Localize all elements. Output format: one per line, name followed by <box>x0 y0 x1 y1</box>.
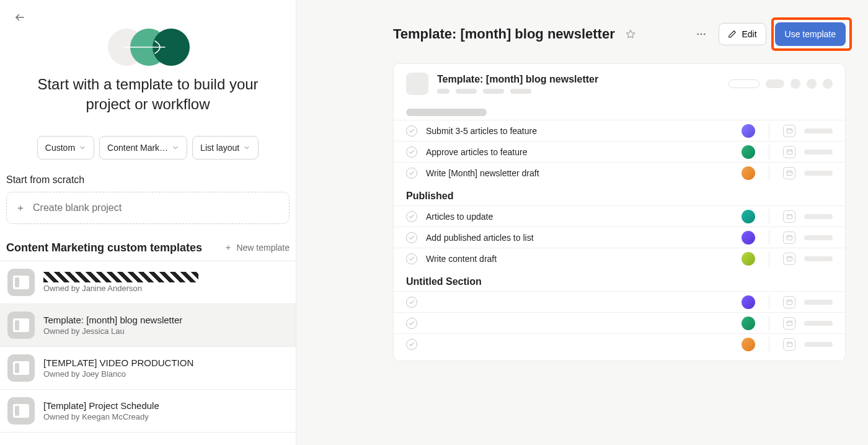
template-list: Owned by Janine Anderson Template: [mont… <box>0 261 296 433</box>
due-date-button[interactable] <box>783 231 795 244</box>
chevron-down-icon <box>172 144 179 151</box>
task-row[interactable]: Articles to update <box>394 205 845 227</box>
task-row[interactable] <box>394 333 845 354</box>
use-template-button[interactable]: Use template <box>775 22 846 46</box>
check-icon <box>409 149 415 155</box>
task-row[interactable]: Write [Month] newsletter draft <box>394 162 845 183</box>
due-date-button[interactable] <box>783 167 795 179</box>
task-row[interactable]: Write content draft <box>394 248 845 269</box>
task-complete-toggle[interactable] <box>406 297 417 308</box>
template-row[interactable]: Template: [month] blog newsletter Owned … <box>0 304 296 347</box>
template-row[interactable]: [TEMPLATE] VIDEO PRODUCTION Owned by Joe… <box>0 347 296 390</box>
task-complete-toggle[interactable] <box>406 232 417 243</box>
template-owner: Owned by Joey Blanco <box>43 369 193 379</box>
template-preview-card: Template: [month] blog newsletter <box>393 63 846 361</box>
assignee-avatar[interactable] <box>742 210 755 223</box>
filter-team[interactable]: Content Mark… <box>99 136 187 160</box>
assignee-avatar[interactable] <box>742 338 755 351</box>
task-complete-toggle[interactable] <box>406 211 417 222</box>
template-thumb-icon <box>7 397 35 425</box>
svg-rect-22 <box>787 342 792 346</box>
check-icon <box>409 214 415 220</box>
template-row[interactable]: Owned by Janine Anderson <box>0 261 296 304</box>
divider <box>769 295 769 310</box>
svg-rect-20 <box>787 321 792 325</box>
preview-title: Template: [month] blog newsletter <box>437 74 598 85</box>
task-complete-toggle[interactable] <box>406 253 417 264</box>
hero-graphic <box>108 29 188 66</box>
use-template-label: Use template <box>785 29 836 39</box>
assignee-avatar[interactable] <box>742 124 755 138</box>
chevron-down-icon <box>243 144 250 151</box>
task-row[interactable]: Add published articles to list <box>394 227 845 248</box>
project-icon-placeholder <box>406 73 428 95</box>
assignee-avatar[interactable] <box>742 145 755 159</box>
due-date-button[interactable] <box>783 125 795 137</box>
template-owner: Owned by Keegan McCready <box>43 412 159 421</box>
sidebar-hero-title: Start with a template to build your proj… <box>31 74 265 115</box>
due-date-button[interactable] <box>783 296 795 308</box>
due-date-button[interactable] <box>783 146 795 158</box>
check-icon <box>409 299 415 305</box>
cell-skeleton <box>804 321 833 326</box>
edit-button-label: Edit <box>742 29 756 39</box>
assignee-avatar[interactable] <box>742 166 755 180</box>
due-date-button[interactable] <box>783 210 795 223</box>
task-complete-toggle[interactable] <box>406 146 417 158</box>
arrow-right-icon <box>124 40 175 55</box>
task-complete-toggle[interactable] <box>406 125 417 137</box>
task-row[interactable] <box>394 291 845 312</box>
divider <box>769 145 769 160</box>
template-thumb-icon <box>7 269 35 296</box>
filter-layout[interactable]: List layout <box>192 136 259 160</box>
assignee-avatar[interactable] <box>742 231 755 245</box>
template-row[interactable]: [Template] Project Schedule Owned by Kee… <box>0 390 296 433</box>
edit-button[interactable]: Edit <box>719 23 766 45</box>
task-complete-toggle[interactable] <box>406 339 417 350</box>
favorite-button[interactable] <box>624 27 637 41</box>
check-icon <box>409 341 415 348</box>
calendar-icon <box>786 320 793 326</box>
more-actions-button[interactable] <box>693 25 710 43</box>
svg-rect-6 <box>787 128 792 133</box>
task-name: Approve articles to feature <box>426 147 733 157</box>
calendar-icon <box>786 255 793 262</box>
create-blank-project[interactable]: ＋ Create blank project <box>6 192 290 224</box>
check-icon <box>409 170 415 176</box>
assignee-avatar[interactable] <box>742 317 755 330</box>
star-icon <box>626 29 636 39</box>
due-date-button[interactable] <box>783 317 795 330</box>
preview-tabs-skeleton <box>437 89 598 94</box>
task-row[interactable]: Approve articles to feature <box>394 141 845 162</box>
assignee-avatar[interactable] <box>742 295 755 309</box>
calendar-icon <box>786 213 793 220</box>
svg-marker-2 <box>626 30 634 38</box>
task-name: Write [Month] newsletter draft <box>426 168 733 178</box>
svg-rect-10 <box>787 171 792 175</box>
custom-templates-heading: Content Marketing custom templates <box>6 241 202 254</box>
due-date-button[interactable] <box>783 253 795 265</box>
due-date-button[interactable] <box>783 338 795 351</box>
svg-rect-16 <box>787 256 792 261</box>
create-blank-project-label: Create blank project <box>33 202 122 214</box>
task-complete-toggle[interactable] <box>406 318 417 329</box>
template-name: Template: [month] blog newsletter <box>43 315 182 325</box>
filter-team-label: Content Mark… <box>107 143 168 153</box>
cell-skeleton <box>804 171 833 176</box>
arrow-left-icon <box>14 12 25 23</box>
cell-skeleton <box>804 256 833 261</box>
new-template-button[interactable]: ＋ New template <box>224 242 290 253</box>
task-complete-toggle[interactable] <box>406 168 417 179</box>
cell-skeleton <box>804 150 833 155</box>
template-picker-sidebar: Start with a template to build your proj… <box>0 0 296 445</box>
task-row[interactable] <box>394 312 845 333</box>
check-icon <box>409 128 415 134</box>
filter-custom[interactable]: Custom <box>37 136 94 160</box>
calendar-icon <box>786 148 793 155</box>
chevron-down-icon <box>79 144 86 151</box>
task-row[interactable]: Submit 3-5 articles to feature <box>394 120 845 141</box>
task-name: Add published articles to list <box>426 233 733 243</box>
back-button[interactable] <box>11 9 29 26</box>
assignee-avatar[interactable] <box>742 252 755 266</box>
cell-skeleton <box>804 235 833 240</box>
